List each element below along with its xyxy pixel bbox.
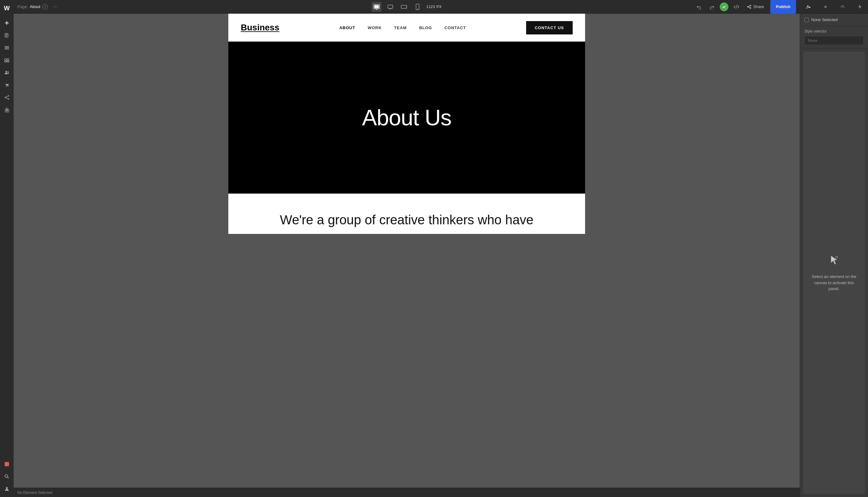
svg-rect-1 [5, 23, 9, 23]
page-indicator: Page: About ↺ [17, 4, 48, 10]
svg-rect-8 [5, 49, 9, 49]
nav-link-about[interactable]: ABOUT [339, 26, 355, 30]
device-tablet-portrait-btn[interactable] [413, 2, 423, 12]
site-canvas[interactable]: Business ABOUT WORK TEAM BLOG CONTACT CO… [228, 14, 585, 234]
svg-point-16 [8, 86, 9, 87]
none-selected-row[interactable]: None Selected [800, 14, 868, 26]
interactions-panel-tab[interactable] [837, 1, 848, 12]
redo-button[interactable] [707, 2, 716, 11]
main-area: Page: About ↺ ⋯ 1123 PX [14, 0, 800, 497]
svg-line-40 [749, 7, 750, 8]
svg-line-39 [749, 6, 750, 6]
pages-icon[interactable] [1, 30, 12, 41]
assets-icon[interactable] [1, 55, 12, 66]
share-button[interactable]: Share [744, 3, 767, 10]
svg-point-36 [750, 5, 751, 6]
ecommerce-icon[interactable] [1, 80, 12, 90]
code-editor-icon[interactable] [732, 2, 741, 11]
style-selector-input[interactable] [805, 36, 864, 45]
svg-line-24 [8, 477, 9, 478]
layers-icon[interactable] [1, 42, 12, 53]
status-text: No Element Selected [17, 491, 53, 495]
nav-link-work[interactable]: WORK [368, 26, 382, 30]
svg-point-13 [5, 71, 7, 73]
top-bar: Page: About ↺ ⋯ 1123 PX [14, 0, 800, 14]
svg-rect-5 [5, 36, 7, 37]
svg-rect-28 [374, 5, 379, 8]
nav-link-contact[interactable]: CONTACT [444, 26, 466, 30]
device-desktop-btn[interactable] [385, 2, 395, 12]
lightning-panel-tab[interactable] [854, 1, 865, 12]
topbar-more-icon[interactable]: ⋯ [50, 4, 60, 10]
top-bar-right: Share Publish [444, 0, 796, 14]
svg-line-21 [6, 98, 8, 99]
page-refresh-icon[interactable]: ↺ [42, 4, 48, 10]
style-panel-tab[interactable] [803, 1, 814, 12]
style-selector-label: Style selector [805, 29, 864, 33]
svg-rect-30 [389, 9, 391, 9]
svg-point-19 [8, 98, 9, 100]
save-status-icon [720, 2, 728, 11]
nav-item-about[interactable]: ABOUT [339, 25, 355, 30]
svg-point-18 [8, 95, 9, 97]
svg-point-45 [836, 256, 838, 258]
svg-rect-10 [7, 59, 9, 60]
none-selected-checkbox[interactable] [805, 18, 809, 22]
nav-item-team[interactable]: TEAM [394, 25, 407, 30]
nav-links: ABOUT WORK TEAM BLOG CONTACT [339, 25, 466, 30]
svg-rect-27 [376, 9, 378, 10]
svg-point-44 [843, 6, 844, 8]
search-icon[interactable] [1, 471, 12, 482]
nav-link-blog[interactable]: BLOG [419, 26, 432, 30]
collaborators-icon[interactable] [1, 67, 12, 78]
top-bar-left: Page: About ↺ ⋯ [17, 4, 369, 10]
svg-point-25 [6, 487, 8, 489]
device-tablet-landscape-btn[interactable] [399, 2, 409, 12]
settings-panel-tab[interactable] [820, 1, 831, 12]
settings-icon[interactable] [1, 104, 12, 115]
svg-rect-3 [5, 34, 8, 35]
nav-item-work[interactable]: WORK [368, 25, 382, 30]
svg-rect-7 [5, 47, 9, 48]
app-logo[interactable]: W [1, 2, 12, 14]
top-bar-center: 1123 PX [372, 2, 442, 12]
svg-point-43 [842, 5, 843, 6]
device-desktop-large-btn[interactable] [372, 2, 382, 12]
undo-button[interactable] [695, 2, 703, 11]
svg-rect-9 [5, 59, 6, 60]
canvas-wrapper: Business ABOUT WORK TEAM BLOG CONTACT CO… [14, 14, 800, 488]
content-tagline: We're a group of creative thinkers who h… [241, 212, 573, 228]
publish-button[interactable]: Publish [770, 0, 796, 14]
add-icon[interactable] [1, 17, 12, 29]
nav-item-contact[interactable]: CONTACT [444, 25, 466, 30]
page-name: About [30, 4, 40, 9]
page-label: Page: [17, 4, 28, 9]
right-panel: None Selected Style selector Select an e… [800, 0, 868, 497]
svg-rect-11 [5, 61, 6, 62]
svg-rect-29 [388, 5, 393, 9]
empty-state-panel: Select an element on the canvas to activ… [803, 52, 865, 494]
content-section[interactable]: We're a group of creative thinkers who h… [228, 194, 585, 234]
share-label: Share [753, 4, 764, 9]
site-nav: Business ABOUT WORK TEAM BLOG CONTACT CO… [228, 14, 585, 42]
contact-us-button[interactable]: CONTACT US [526, 21, 573, 34]
svg-point-38 [750, 8, 751, 9]
svg-point-23 [5, 475, 8, 478]
status-bar: No Element Selected [14, 488, 800, 497]
stop-recording-icon[interactable] [1, 458, 12, 470]
hero-section[interactable]: About Us [228, 42, 585, 194]
nav-link-team[interactable]: TEAM [394, 26, 407, 30]
canvas-area[interactable]: Business ABOUT WORK TEAM BLOG CONTACT CO… [14, 14, 800, 488]
svg-line-20 [6, 96, 8, 97]
nav-item-blog[interactable]: BLOG [419, 25, 432, 30]
hero-title: About Us [362, 105, 451, 130]
svg-point-42 [841, 6, 842, 8]
svg-point-15 [6, 86, 7, 87]
site-logo: Business [241, 23, 280, 32]
integrations-icon[interactable] [1, 92, 12, 103]
team-icon[interactable] [1, 483, 12, 495]
svg-point-14 [8, 71, 9, 73]
svg-rect-6 [5, 46, 9, 47]
style-selector-section: Style selector [800, 26, 868, 48]
empty-state-text: Select an element on the canvas to activ… [809, 274, 859, 292]
